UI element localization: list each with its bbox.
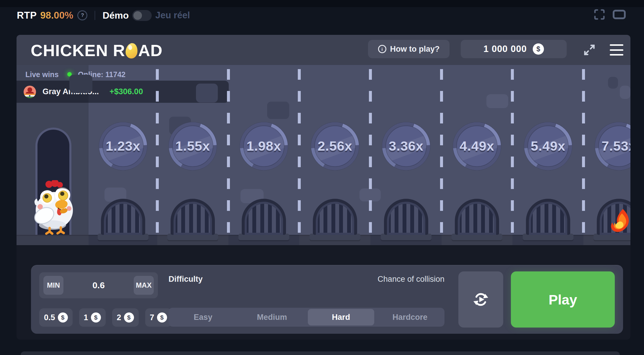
currency-coin-icon: $ bbox=[91, 312, 101, 323]
tab-difficulty-hard[interactable]: Hard bbox=[308, 309, 375, 325]
min-bet-button[interactable]: MIN bbox=[43, 276, 63, 295]
difficulty-tabs: EasyMediumHardHardcore bbox=[169, 308, 444, 327]
multiplier-value: 1.98x bbox=[239, 121, 289, 171]
multiplier-value: 3.36x bbox=[381, 121, 431, 171]
manhole-grate bbox=[455, 199, 499, 235]
currency-coin-icon: $ bbox=[58, 312, 68, 323]
quick-bet-value: 0.5 bbox=[44, 313, 55, 322]
road-decoration bbox=[267, 102, 289, 119]
max-bet-button[interactable]: MAX bbox=[134, 276, 154, 295]
multiplier-value: 1.55x bbox=[168, 121, 218, 171]
quick-bet-button[interactable]: 7 $ bbox=[145, 308, 172, 327]
bet-amount-box: 0.6 MIN MAX bbox=[39, 272, 158, 298]
egg-icon bbox=[125, 42, 139, 59]
quick-bet-value: 1 bbox=[84, 313, 88, 322]
road-decoration bbox=[196, 84, 218, 102]
top-bar: RTP 98.00% ? Démo Jeu réel bbox=[17, 9, 190, 22]
quick-bet-value: 2 bbox=[117, 313, 121, 322]
lane-divider bbox=[227, 69, 230, 235]
multiplier-disc: 2.56x bbox=[310, 121, 360, 171]
lane-divider bbox=[298, 69, 301, 235]
multiplier-disc: 5.49x bbox=[523, 121, 573, 171]
auto-play-button[interactable] bbox=[458, 271, 503, 328]
quick-bet-button[interactable]: 0.5 $ bbox=[39, 308, 73, 327]
how-to-play-button[interactable]: i How to play? bbox=[368, 40, 450, 58]
balance-value: 1 000 000 bbox=[483, 44, 527, 54]
play-button[interactable]: Play bbox=[511, 271, 615, 328]
tab-difficulty-easy[interactable]: Easy bbox=[170, 309, 236, 325]
game-header: CHICKEN RAD i How to play? 1 000 000 $ bbox=[17, 35, 630, 65]
logo-text-right: AD bbox=[138, 41, 163, 60]
demo-real-toggle[interactable] bbox=[132, 10, 152, 21]
quick-bet-button[interactable]: 2 $ bbox=[112, 308, 139, 327]
quick-bet-value: 7 bbox=[150, 313, 154, 322]
footer-panel-edge bbox=[21, 351, 620, 355]
balance-display[interactable]: 1 000 000 $ bbox=[461, 40, 567, 58]
manhole-grate bbox=[384, 199, 428, 235]
manhole-grate bbox=[526, 199, 570, 235]
road-decoration bbox=[620, 86, 630, 99]
control-panel: 0.6 MIN MAX 0.5 $1 $2 $7 $ Difficulty Ch… bbox=[31, 265, 623, 334]
window-controls bbox=[594, 9, 626, 20]
win-amount: +$306.00 bbox=[109, 87, 143, 96]
multiplier-value: 2.56x bbox=[310, 121, 360, 171]
game-road: Live wins Online: 11742 Gray Ambitio... … bbox=[17, 65, 630, 245]
manhole-grate bbox=[171, 199, 215, 235]
theater-mode-icon[interactable] bbox=[613, 10, 626, 19]
road-edge-tile bbox=[17, 235, 89, 245]
multiplier-disc: 1.23x bbox=[98, 121, 148, 171]
expand-icon[interactable] bbox=[582, 43, 597, 57]
currency-coin-icon: $ bbox=[533, 43, 544, 55]
road-decoration bbox=[608, 77, 618, 89]
how-to-play-label: How to play? bbox=[390, 45, 440, 54]
road-decoration bbox=[486, 94, 508, 108]
help-icon[interactable]: ? bbox=[77, 10, 87, 20]
lane-divider bbox=[369, 69, 372, 235]
rtp-value: 98.00% bbox=[40, 10, 73, 21]
chicken-character bbox=[32, 180, 79, 236]
difficulty-label: Difficulty bbox=[169, 275, 203, 284]
multiplier-disc: 1.55x bbox=[168, 121, 218, 171]
real-mode-label: Jeu réel bbox=[155, 10, 190, 21]
manhole-grate bbox=[313, 199, 357, 235]
fullscreen-icon[interactable] bbox=[594, 9, 605, 20]
quick-bet-button[interactable]: 1 $ bbox=[79, 308, 106, 327]
multiplier-disc: 1.98x bbox=[239, 121, 289, 171]
multiplier-disc: 7.53x bbox=[594, 121, 630, 171]
india-flag-icon bbox=[24, 94, 36, 98]
divider bbox=[94, 11, 95, 20]
manhole-grate bbox=[242, 199, 286, 235]
multiplier-value: 4.49x bbox=[452, 121, 502, 171]
multiplier-value: 1.23x bbox=[98, 121, 148, 171]
info-icon: i bbox=[378, 45, 386, 53]
multiplier-value: 7.53x bbox=[594, 121, 630, 171]
demo-label: Démo bbox=[102, 10, 129, 21]
manhole-grate bbox=[101, 199, 145, 235]
currency-coin-icon: $ bbox=[157, 312, 167, 323]
multiplier-value: 5.49x bbox=[523, 121, 573, 171]
winner-avatar bbox=[24, 86, 36, 98]
multiplier-disc: 4.49x bbox=[452, 121, 502, 171]
road-decoration bbox=[69, 75, 92, 93]
cycle-play-icon bbox=[471, 290, 490, 309]
rtp-label: RTP bbox=[17, 10, 37, 21]
game-logo: CHICKEN RAD bbox=[31, 41, 163, 60]
lane-divider bbox=[440, 69, 443, 235]
tab-difficulty-hardcore[interactable]: Hardcore bbox=[377, 309, 443, 325]
lane-divider bbox=[156, 69, 159, 235]
tab-difficulty-medium[interactable]: Medium bbox=[239, 309, 305, 325]
lane-divider bbox=[582, 69, 585, 235]
currency-coin-icon: $ bbox=[124, 312, 134, 323]
live-wins-label: Live wins bbox=[25, 70, 59, 79]
quick-bet-row: 0.5 $1 $2 $7 $ bbox=[39, 308, 172, 327]
multiplier-disc: 3.36x bbox=[381, 121, 431, 171]
game-window: CHICKEN RAD i How to play? 1 000 000 $ L… bbox=[17, 35, 630, 340]
menu-icon[interactable] bbox=[610, 44, 624, 56]
lane-divider bbox=[511, 69, 514, 235]
collision-label: Chance of collision bbox=[377, 275, 444, 284]
logo-text-left: CHICKEN R bbox=[31, 41, 125, 60]
toggle-knob bbox=[133, 11, 142, 20]
